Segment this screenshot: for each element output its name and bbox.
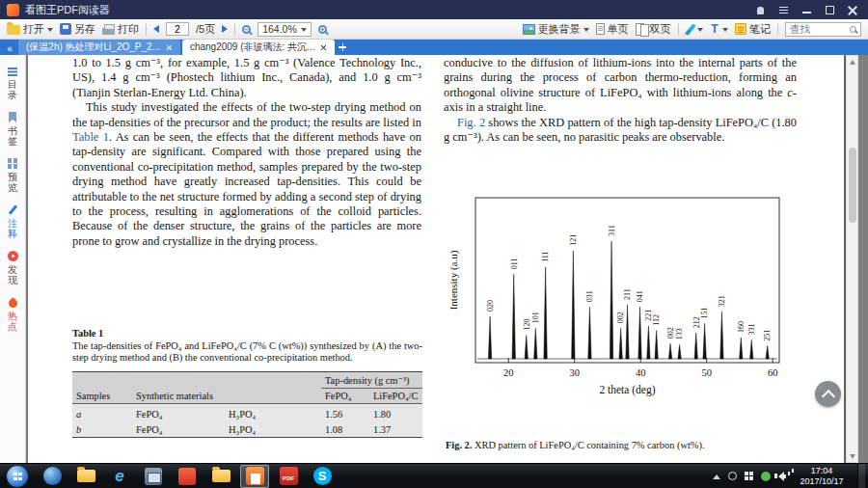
taskbar-app-skype[interactable] [308,465,337,488]
close-icon[interactable] [848,5,858,15]
taskbar-app-red[interactable] [173,465,202,488]
tray-app-icon[interactable] [745,472,748,475]
taskbar-app-pdf[interactable] [274,465,303,488]
taskbar-app-folder2[interactable] [206,465,235,488]
search-icon[interactable] [850,26,856,33]
background-icon [523,24,535,35]
pen-tool-button[interactable] [686,23,704,36]
single-page-button[interactable]: 单页 [596,22,629,37]
paragraph: conducive to the diffusion of lithium-io… [444,56,797,116]
zoom-level-dropdown[interactable]: 164.0% [258,22,312,37]
tray-antivirus-icon[interactable] [761,472,771,481]
column-header-synthetic-materials: Synthetic materials [132,371,321,403]
save-as-button[interactable]: 另存 [60,22,95,37]
separator [678,23,679,36]
taskbar-clock[interactable]: 17:04 2017/10/17 [794,466,850,486]
tab-document-2[interactable]: chang2009 (非玻璃法: 共沉... [182,40,336,55]
next-page-icon[interactable] [222,25,228,33]
skin-icon[interactable] [755,5,766,15]
sidebar-item-bookmarks[interactable]: 书签 [7,112,18,147]
change-background-button[interactable]: 更换背景 [523,22,589,37]
maximize-icon[interactable] [825,5,835,15]
cell-tap-fepo4: 1.08 [321,421,369,438]
peak-label: 151 [700,307,709,318]
browser-icon [43,467,62,485]
sidebar-item-discover[interactable]: 发现 [7,251,18,285]
peak-label: 121 [569,234,578,246]
scroll-up-icon[interactable] [847,56,857,68]
cell-material-1: FePO₄ [132,403,225,421]
scroll-down-icon[interactable] [847,449,857,462]
pdf-page: 1.0 to 1.5 g cm⁻³, for example, 1.5 g cm… [28,55,844,463]
flame-icon [7,297,19,310]
fig2-link[interactable]: Fig. 2 [457,116,485,129]
column-header-tap-density: Tap-density (g cm⁻³) [321,371,422,388]
sidebar-item-label: 注释 [7,218,18,239]
sidebar-item-thumbnails[interactable]: 预览 [7,158,18,193]
vertical-scrollbar[interactable] [846,55,858,463]
text-tool-button[interactable] [710,22,728,36]
scrollbar-thumb[interactable] [849,148,856,223]
cell-sample: a [72,403,132,421]
previous-page-icon[interactable] [153,25,159,33]
x-axis-label: 2 theta (deg) [599,384,655,396]
paragraph: Fig. 2 shows the XRD pattern of the high… [444,116,797,146]
sidebar-item-hotspots[interactable]: 热点 [7,297,18,332]
page-number-input[interactable] [166,22,189,36]
tab-close-icon[interactable] [166,44,173,51]
taskbar-app-system[interactable] [139,465,168,488]
peak-label: 101 [531,312,540,323]
print-button[interactable]: 打印 [102,22,139,37]
skype-icon [313,467,332,485]
paragraph: 1.0 to 1.5 g cm⁻³, for example, 1.5 g cm… [72,56,421,100]
taskbar-app-ie[interactable] [105,465,134,488]
red-app-icon [178,468,196,485]
tray-expand-icon[interactable] [713,471,720,479]
start-button[interactable] [7,466,28,487]
note-label: 笔记 [749,22,771,37]
peak-label: 002 [666,327,675,339]
clock-date: 2017/10/17 [794,476,850,487]
tab-scroll-left-icon[interactable] [3,39,16,56]
open-button[interactable]: 打开 [7,22,53,37]
text-tool-icon [710,22,719,36]
tray-app-icon[interactable] [728,472,737,480]
xrd-chart: 2030405060020011120101111121031311002211… [446,196,783,400]
table1-link[interactable]: Table 1 [72,130,109,144]
main-menu-icon[interactable] [778,5,789,15]
printer-icon [102,28,115,35]
peak-label: 160 [737,321,746,333]
chevron-down-icon [722,28,728,35]
sidebar-item-label: 书签 [7,125,18,147]
show-desktop-button[interactable] [857,464,865,488]
double-page-button[interactable]: 双页 [636,22,671,37]
note-button[interactable]: 笔记 [735,22,771,37]
cell-material-2: H₃PO₄ [225,421,321,438]
cell-material-1: FePO₄ [132,421,225,438]
sidebar-item-annotations[interactable]: 注释 [7,204,18,239]
tab-label: chang2009 (非玻璃法: 共沉... [190,41,315,54]
note-icon [735,23,746,35]
cell-tap-fepo4: 1.56 [321,403,369,421]
search-input[interactable] [790,23,846,35]
taskbar-app-browser[interactable] [38,465,67,488]
sidebar-item-label: 热点 [7,311,18,332]
single-page-icon [596,23,605,35]
peak-label: 041 [636,290,644,302]
sidebar-item-toc[interactable]: 目录 [7,68,18,100]
network-icon[interactable] [784,474,787,478]
zoom-out-icon[interactable] [242,25,251,34]
taskbar-app-pdfreader-active[interactable] [240,465,269,488]
zoom-in-icon[interactable] [318,25,327,34]
taskbar-app-explorer[interactable] [71,465,100,488]
new-tab-icon[interactable] [337,41,348,53]
chevron-down-icon [697,28,703,35]
tab-close-icon[interactable] [320,44,327,51]
sidebar-item-label: 发现 [7,264,18,285]
back-to-top-button[interactable] [815,381,841,407]
minimize-icon[interactable] [801,5,812,15]
svg-text:50: 50 [701,367,712,378]
tab-document-1[interactable]: (保温2h) 热处理对Li_2O_P_2... [18,40,180,55]
save-icon [60,23,71,35]
discover-icon [8,251,18,261]
